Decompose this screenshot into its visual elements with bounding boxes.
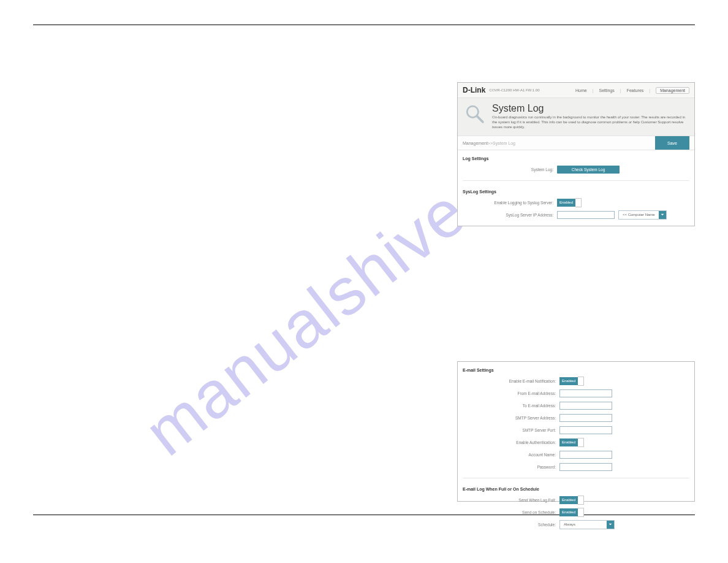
schedule-label: Schedule: bbox=[463, 523, 559, 527]
chevron-down-icon bbox=[607, 521, 614, 529]
divider bbox=[463, 478, 689, 478]
check-system-log-button[interactable]: Check System Log bbox=[557, 166, 620, 174]
nav-items: Home | Settings | Features | Management bbox=[575, 87, 689, 94]
enable-email-row: Enable E-mail Notification: Enabled bbox=[463, 376, 689, 386]
system-log-label: System Log: bbox=[463, 167, 557, 172]
smtp-port-label: SMTP Server Port: bbox=[463, 428, 559, 432]
schedule-dropdown[interactable]: Always bbox=[559, 520, 615, 529]
breadcrumb-bar: Management >> System Log Save bbox=[458, 136, 694, 150]
breadcrumb-current: System Log bbox=[493, 141, 515, 145]
syslog-ip-input[interactable] bbox=[557, 211, 615, 219]
email-settings-heading: E-mail Settings bbox=[463, 368, 689, 372]
nav-features[interactable]: Features bbox=[627, 88, 644, 93]
model-info: COVR-C1200 HW-A1 FW:1.00 bbox=[489, 88, 539, 92]
enable-auth-toggle[interactable]: Enabled bbox=[559, 439, 584, 446]
send-on-schedule-label: Send on Schedule: bbox=[463, 510, 559, 515]
to-email-label: To E-mail Address: bbox=[463, 404, 559, 408]
toggle-state-label: Enabled bbox=[559, 496, 578, 504]
breadcrumb-parent[interactable]: Management bbox=[463, 141, 488, 145]
schedule-row: Schedule: Always bbox=[463, 519, 689, 529]
toggle-state-label: Enabled bbox=[559, 508, 578, 516]
screenshot-system-log: D-Link COVR-C1200 HW-A1 FW:1.00 Home | S… bbox=[457, 82, 695, 226]
syslog-ip-label: SysLog Server IP Address: bbox=[463, 213, 557, 217]
top-nav-bar: D-Link COVR-C1200 HW-A1 FW:1.00 Home | S… bbox=[458, 83, 694, 98]
from-email-row: From E-mail Address: bbox=[463, 388, 689, 398]
smtp-address-input[interactable] bbox=[559, 414, 612, 422]
toggle-state-label: Enabled bbox=[559, 439, 578, 446]
screenshot-email-settings: E-mail Settings Enable E-mail Notificati… bbox=[457, 361, 695, 502]
divider bbox=[463, 180, 689, 181]
send-on-schedule-toggle[interactable]: Enabled bbox=[559, 508, 584, 516]
nav-management-button[interactable]: Management bbox=[656, 87, 689, 94]
nav-separator: | bbox=[593, 88, 594, 93]
syslog-settings-section: SysLog Settings Enable Logging to Syslog… bbox=[458, 183, 694, 224]
send-when-full-label: Send When Log Full: bbox=[463, 498, 559, 502]
breadcrumb-sep: >> bbox=[488, 141, 493, 145]
computer-name-dropdown[interactable]: << Computer Name bbox=[618, 210, 667, 220]
from-email-input[interactable] bbox=[559, 389, 612, 397]
email-settings-section: E-mail Settings Enable E-mail Notificati… bbox=[458, 362, 694, 477]
syslog-ip-row: SysLog Server IP Address: << Computer Na… bbox=[463, 210, 689, 220]
send-when-full-row: Send When Log Full: Enabled bbox=[463, 495, 689, 505]
top-rule bbox=[33, 25, 695, 25]
send-on-schedule-row: Send on Schedule: Enabled bbox=[463, 507, 689, 517]
account-name-label: Account Name: bbox=[463, 453, 559, 457]
page-title: System Log bbox=[492, 103, 689, 114]
nav-separator: | bbox=[620, 88, 621, 93]
nav-settings[interactable]: Settings bbox=[599, 88, 615, 93]
page: manualshive.com D-Link COVR-C1200 HW-A1 … bbox=[0, 0, 728, 563]
password-row: Password: bbox=[463, 462, 689, 472]
enable-email-toggle[interactable]: Enabled bbox=[559, 377, 584, 385]
magnifier-icon bbox=[461, 101, 488, 128]
toggle-knob bbox=[578, 377, 584, 386]
chevron-down-icon bbox=[659, 211, 666, 219]
nav-home[interactable]: Home bbox=[575, 88, 587, 93]
dropdown-label: << Computer Name bbox=[619, 213, 659, 216]
smtp-port-input[interactable] bbox=[559, 426, 612, 434]
smtp-address-row: SMTP Server Address: bbox=[463, 413, 689, 423]
dropdown-label: Always bbox=[560, 523, 607, 526]
svg-line-1 bbox=[477, 117, 483, 122]
page-description: On-board diagnostics run continually in … bbox=[492, 115, 689, 129]
nav-separator: | bbox=[649, 88, 650, 93]
page-banner: System Log On-board diagnostics run cont… bbox=[458, 98, 694, 136]
email-schedule-section: E-mail Log When Full or On Schedule Send… bbox=[458, 481, 694, 534]
log-settings-heading: Log Settings bbox=[463, 156, 689, 161]
log-settings-section: Log Settings System Log: Check System Lo… bbox=[458, 150, 694, 179]
smtp-address-label: SMTP Server Address: bbox=[463, 416, 559, 420]
enable-syslog-label: Enable Logging to Syslog Server: bbox=[463, 201, 557, 205]
toggle-knob bbox=[578, 496, 584, 505]
enable-syslog-toggle[interactable]: Enabled bbox=[557, 199, 582, 207]
enable-auth-row: Enable Authentication: Enabled bbox=[463, 437, 689, 447]
toggle-knob bbox=[575, 198, 582, 207]
enable-email-label: Enable E-mail Notification: bbox=[463, 379, 559, 383]
account-name-input[interactable] bbox=[559, 451, 612, 459]
toggle-knob bbox=[578, 508, 584, 517]
toggle-state-label: Enabled bbox=[557, 199, 575, 207]
system-log-row: System Log: Check System Log bbox=[463, 164, 689, 174]
password-input[interactable] bbox=[559, 463, 612, 471]
brand-logo: D-Link bbox=[463, 86, 485, 94]
syslog-settings-heading: SysLog Settings bbox=[463, 190, 689, 194]
password-label: Password: bbox=[463, 465, 559, 469]
from-email-label: From E-mail Address: bbox=[463, 391, 559, 396]
to-email-input[interactable] bbox=[559, 402, 612, 410]
toggle-state-label: Enabled bbox=[559, 377, 578, 385]
email-schedule-heading: E-mail Log When Full or On Schedule bbox=[463, 487, 689, 491]
toggle-knob bbox=[578, 438, 584, 447]
enable-syslog-row: Enable Logging to Syslog Server: Enabled bbox=[463, 197, 689, 207]
send-when-full-toggle[interactable]: Enabled bbox=[559, 496, 584, 504]
account-name-row: Account Name: bbox=[463, 450, 689, 459]
to-email-row: To E-mail Address: bbox=[463, 400, 689, 410]
smtp-port-row: SMTP Server Port: bbox=[463, 425, 689, 435]
enable-auth-label: Enable Authentication: bbox=[463, 440, 559, 445]
save-button[interactable]: Save bbox=[655, 136, 689, 150]
